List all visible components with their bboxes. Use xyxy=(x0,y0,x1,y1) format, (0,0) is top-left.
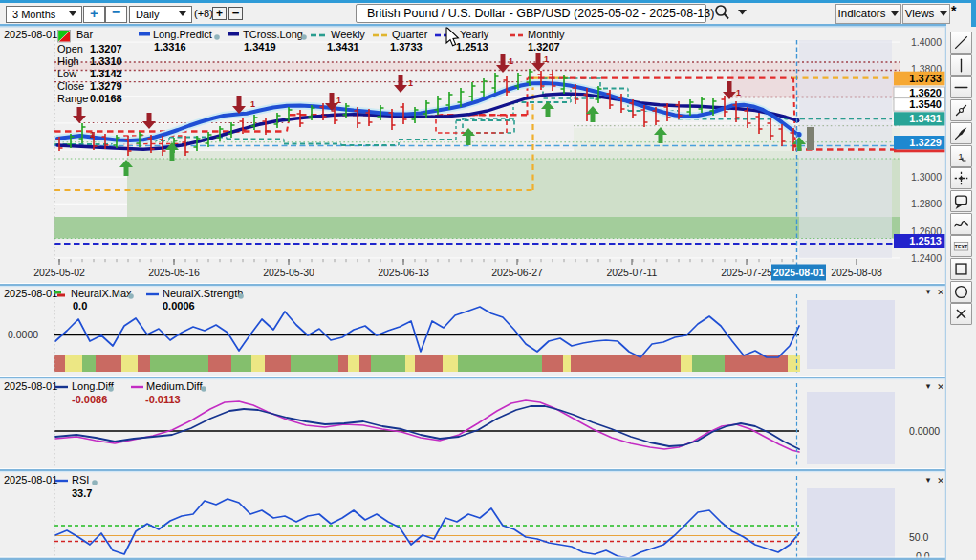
svg-text:Bar: Bar xyxy=(76,29,93,40)
svg-text:2025-08-01: 2025-08-01 xyxy=(4,474,57,485)
svg-text:Close: Close xyxy=(57,80,84,92)
svg-text:1.3620: 1.3620 xyxy=(909,87,942,98)
svg-text:2025-05-16: 2025-05-16 xyxy=(148,267,200,278)
svg-text:1.2800: 1.2800 xyxy=(911,198,942,209)
svg-text:Weekly: Weekly xyxy=(331,29,365,40)
svg-text:1.3431: 1.3431 xyxy=(327,41,359,53)
svg-text:2025-06-27: 2025-06-27 xyxy=(491,267,543,278)
svg-text:-0.0086: -0.0086 xyxy=(72,394,107,405)
svg-text:Medium.Diff: Medium.Diff xyxy=(146,380,203,392)
svg-text:1.3419: 1.3419 xyxy=(244,41,276,53)
svg-text:High: High xyxy=(57,55,79,67)
svg-text:33.7: 33.7 xyxy=(72,487,92,499)
svg-text:1.4000: 1.4000 xyxy=(911,36,942,48)
svg-text:1: 1 xyxy=(958,151,964,162)
svg-text:-0.0113: -0.0113 xyxy=(145,394,181,405)
svg-text:1: 1 xyxy=(509,56,513,66)
svg-text:1: 1 xyxy=(408,78,413,88)
svg-text:0.0168: 0.0168 xyxy=(90,93,122,104)
svg-text:2025-08-01: 2025-08-01 xyxy=(4,288,57,299)
svg-text:1.2513: 1.2513 xyxy=(456,41,488,53)
svg-text:1.3733: 1.3733 xyxy=(390,41,423,53)
svg-text:Open: Open xyxy=(57,43,83,54)
svg-text:0.0000: 0.0000 xyxy=(909,425,940,437)
svg-text:▾: ▾ xyxy=(926,475,931,485)
svg-text:Quarter: Quarter xyxy=(392,29,428,40)
svg-text:2025-06-13: 2025-06-13 xyxy=(378,267,429,278)
svg-text:RSI: RSI xyxy=(72,474,89,485)
svg-text:1.2513: 1.2513 xyxy=(909,235,942,247)
svg-text:1: 1 xyxy=(90,130,95,140)
svg-text:2025-07-25: 2025-07-25 xyxy=(721,267,772,278)
svg-text:0.0006: 0.0006 xyxy=(163,300,195,312)
svg-text:1: 1 xyxy=(544,54,549,64)
svg-text:1.3540: 1.3540 xyxy=(909,98,942,110)
svg-text:1.3733: 1.3733 xyxy=(909,73,942,84)
svg-text:1.3431: 1.3431 xyxy=(909,113,942,124)
svg-text:1: 1 xyxy=(250,99,255,109)
svg-text:2025-05-30: 2025-05-30 xyxy=(263,267,314,278)
svg-text:▾: ▾ xyxy=(926,287,931,296)
svg-text:Long.Predict: Long.Predict xyxy=(153,29,212,40)
svg-text:TCross.Long: TCross.Long xyxy=(243,29,303,40)
svg-text:2025-08-08: 2025-08-08 xyxy=(831,267,882,278)
svg-text:0.0000: 0.0000 xyxy=(8,329,38,340)
svg-text:1.3142: 1.3142 xyxy=(90,68,122,79)
svg-text:✕: ✕ xyxy=(937,382,944,392)
svg-text:1.3207: 1.3207 xyxy=(90,43,122,54)
svg-text:2025-08-01: 2025-08-01 xyxy=(773,267,825,278)
svg-text:0.0: 0.0 xyxy=(73,300,87,312)
svg-text:Long.Diff: Long.Diff xyxy=(72,380,115,392)
svg-text:1.3207: 1.3207 xyxy=(528,41,560,53)
svg-text:1.3310: 1.3310 xyxy=(90,55,122,67)
svg-text:1: 1 xyxy=(736,88,741,97)
svg-text:1.3000: 1.3000 xyxy=(911,171,942,183)
svg-text:Monthly: Monthly xyxy=(528,29,565,40)
svg-text:NeuralX.Max: NeuralX.Max xyxy=(71,288,132,299)
svg-text:✕: ✕ xyxy=(937,476,944,485)
svg-text:1.3229: 1.3229 xyxy=(909,137,942,148)
svg-text:2025-08-01: 2025-08-01 xyxy=(4,29,57,40)
svg-text:▾: ▾ xyxy=(926,381,931,391)
svg-text:NeuralX.Strength: NeuralX.Strength xyxy=(163,288,243,299)
svg-text:50.0: 50.0 xyxy=(909,531,929,543)
svg-text:Range: Range xyxy=(57,93,88,104)
svg-text:2025-08-01: 2025-08-01 xyxy=(4,380,57,392)
svg-text:2025-05-02: 2025-05-02 xyxy=(33,267,85,278)
svg-text:Yearly: Yearly xyxy=(460,29,489,40)
svg-text:Low: Low xyxy=(57,68,76,79)
svg-text:✕: ✕ xyxy=(937,288,944,297)
svg-text:2025-07-11: 2025-07-11 xyxy=(607,267,658,278)
svg-text:1.3279: 1.3279 xyxy=(90,80,122,92)
svg-text:1.2400: 1.2400 xyxy=(911,252,942,264)
svg-text:TEXT: TEXT xyxy=(955,244,969,249)
svg-text:1: 1 xyxy=(336,96,341,105)
svg-text:1.3316: 1.3316 xyxy=(154,41,186,53)
